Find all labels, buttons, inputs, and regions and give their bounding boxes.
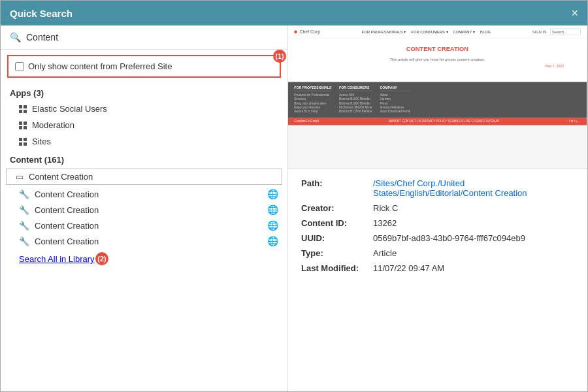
- preview-logo-text: Chef Corp: [299, 29, 320, 35]
- footer-col-professionals: FOR PROFESSIONALS Products for Professio…: [294, 86, 331, 114]
- tool-icon: 🔧: [19, 205, 29, 215]
- app-label: Moderation: [32, 120, 74, 130]
- badge-1: (1): [273, 50, 286, 63]
- content-label: Content Creation: [35, 221, 99, 231]
- quick-search-modal: Quick Search × 🔍 Only show content from …: [0, 0, 588, 392]
- preview-website: Chef Corp FOR PROFESSIONALS ▾ FOR CONSUM…: [288, 25, 587, 108]
- footer-links: IMPRINT CONTACT US PRIVACY POLICY TERMS …: [389, 120, 500, 123]
- detail-row-type: Type: Article: [301, 248, 574, 258]
- footer-bottom-brand: GoodiesCo GmbH: [294, 120, 319, 123]
- uuid-label: UUID:: [301, 233, 367, 243]
- path-link[interactable]: /Sites/Chef Corp./United States/English/…: [373, 178, 527, 198]
- content-item-1[interactable]: 🔧 Content Creation 🌐: [1, 186, 287, 202]
- app-label: Elastic Social Users: [32, 104, 107, 114]
- detail-row-uuid: UUID: 0569b7bf-ad83-43b0-9764-fff67c094e…: [301, 233, 574, 243]
- content-id-value: 13262: [373, 218, 397, 228]
- close-button[interactable]: ×: [571, 7, 578, 19]
- document-icon: ▭: [16, 172, 24, 182]
- content-item-highlighted[interactable]: ▭: [6, 169, 282, 185]
- modal-body: 🔍 Only show content from Preferred Site …: [1, 25, 587, 391]
- search-all-link[interactable]: Search All in Library: [19, 254, 95, 264]
- content-creation-input[interactable]: [29, 172, 272, 182]
- path-label: Path:: [301, 178, 367, 198]
- tool-icon: 🔧: [19, 221, 29, 231]
- content-label: Content Creation: [35, 205, 99, 215]
- app-item-sites[interactable]: Sites: [1, 133, 287, 150]
- nav-item-2: FOR CONSUMERS ▾: [411, 29, 448, 33]
- search-bar: 🔍: [1, 25, 287, 50]
- footer-col-heading: FOR PROFESSIONALS: [294, 86, 331, 91]
- globe-button[interactable]: 🌐: [267, 204, 278, 215]
- globe-button[interactable]: 🌐: [267, 189, 278, 199]
- creator-value: Rick C: [373, 203, 398, 213]
- nav-item-4: BLOG: [480, 29, 491, 33]
- preview-subtitle: This article will give you hints for pro…: [296, 57, 580, 61]
- social-icons: f in t y ...: [569, 120, 581, 123]
- preferred-site-text: Only show content from Preferred Site: [28, 61, 172, 71]
- footer-col-consumers: FOR CONSUMERS Aurora 800 Brionne BL500 B…: [339, 86, 372, 114]
- modal-title: Quick Search: [10, 8, 73, 19]
- footer-col-company: COMPANY About Careers Press Investor Rel…: [380, 86, 410, 114]
- details-section: Path: /Sites/Chef Corp./United States/En…: [288, 169, 587, 287]
- preferred-site-section: Only show content from Preferred Site (1…: [7, 55, 281, 78]
- type-value: Article: [373, 248, 397, 258]
- globe-button[interactable]: 🌐: [267, 220, 278, 231]
- search-all-container: Search All in Library (2): [1, 249, 287, 269]
- apps-section-heading: Apps (3): [1, 83, 287, 101]
- search-input[interactable]: [26, 32, 278, 42]
- content-item-3[interactable]: 🔧 Content Creation 🌐: [1, 218, 287, 233]
- right-panel: Chef Corp FOR PROFESSIONALS ▾ FOR CONSUM…: [288, 25, 587, 391]
- path-value: /Sites/Chef Corp./United States/English/…: [373, 178, 574, 198]
- content-label: Content Creation: [35, 189, 99, 199]
- tool-icon: 🔧: [19, 189, 29, 199]
- preview-logo: Chef Corp: [294, 29, 320, 35]
- preferred-site-label: Only show content from Preferred Site: [15, 61, 273, 71]
- nav-item-3: COMPANY ▾: [453, 29, 475, 33]
- content-section-heading: Content (161): [1, 150, 287, 167]
- badge-2: (2): [95, 252, 108, 265]
- detail-row-path: Path: /Sites/Chef Corp./United States/En…: [301, 178, 574, 198]
- preview-footer-bottom: GoodiesCo GmbH IMPRINT CONTACT US PRIVAC…: [288, 118, 587, 125]
- preview-date: Nov 7, 2022: [296, 65, 580, 69]
- content-item-4[interactable]: 🔧 Content Creation 🌐: [1, 233, 287, 249]
- detail-row-last-modified: Last Modified: 11/07/22 09:47 AM: [301, 263, 574, 273]
- app-item-elastic[interactable]: Elastic Social Users: [1, 101, 287, 117]
- preview-search-box: Search...: [550, 29, 580, 35]
- creator-label: Creator:: [301, 203, 367, 213]
- preview-image: Chef Corp FOR PROFESSIONALS ▾ FOR CONSUM…: [288, 25, 587, 169]
- last-modified-value: 11/07/22 09:47 AM: [373, 263, 444, 273]
- sign-in: SIGN IN: [532, 29, 547, 33]
- left-panel: 🔍 Only show content from Preferred Site …: [1, 25, 288, 391]
- preview-content: CONTENT CREATION This article will give …: [288, 39, 587, 82]
- grid-icon: [19, 138, 27, 146]
- grid-icon: [19, 105, 27, 113]
- content-id-label: Content ID:: [301, 218, 367, 228]
- globe-button[interactable]: 🌐: [267, 236, 278, 246]
- footer-col-heading: COMPANY: [380, 86, 410, 91]
- app-label: Sites: [32, 137, 51, 146]
- preview-nav: FOR PROFESSIONALS ▾ FOR CONSUMERS ▾ COMP…: [362, 29, 491, 33]
- content-label: Content Creation: [35, 237, 99, 246]
- search-icon: 🔍: [10, 32, 21, 42]
- nav-item-1: FOR PROFESSIONALS ▾: [362, 29, 406, 33]
- preview-footer-cols: FOR PROFESSIONALS Products for Professio…: [294, 86, 580, 114]
- preview-footer: FOR PROFESSIONALS Products for Professio…: [288, 82, 587, 118]
- preferred-site-checkbox[interactable]: [15, 62, 24, 71]
- uuid-value: 0569b7bf-ad83-43b0-9764-fff67c094eb9: [373, 233, 525, 243]
- tool-icon: 🔧: [19, 237, 29, 246]
- grid-icon: [19, 122, 27, 129]
- detail-row-creator: Creator: Rick C: [301, 203, 574, 213]
- app-item-moderation[interactable]: Moderation: [1, 117, 287, 133]
- preview-header-right: SIGN IN Search...: [532, 29, 581, 35]
- type-label: Type:: [301, 248, 367, 258]
- last-modified-label: Last Modified:: [301, 263, 367, 273]
- footer-col-heading: FOR CONSUMERS: [339, 86, 372, 91]
- preview-title: CONTENT CREATION: [296, 46, 580, 52]
- detail-row-content-id: Content ID: 13262: [301, 218, 574, 228]
- modal-header: Quick Search ×: [1, 1, 587, 25]
- content-item-2[interactable]: 🔧 Content Creation 🌐: [1, 202, 287, 218]
